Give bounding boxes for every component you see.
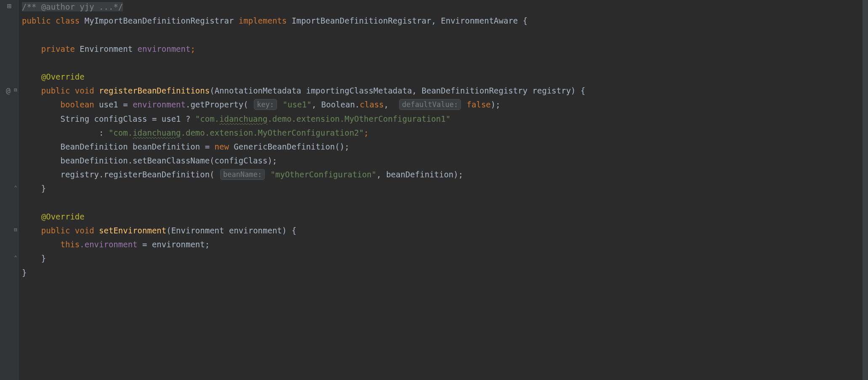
text: BeanDefinition beanDefinition = <box>61 142 215 151</box>
blank-line[interactable] <box>19 196 862 210</box>
string: .demo.extension.MyOtherConfiguration2" <box>181 128 364 137</box>
code-line[interactable]: } <box>19 252 862 265</box>
code-line[interactable]: private Environment environment; <box>19 42 862 56</box>
fold-expand-icon[interactable]: ⊞ <box>2 2 16 10</box>
class-name: MyImportBeanDefinitionRegistrar <box>85 16 234 25</box>
punct: ; <box>190 44 195 54</box>
code-line[interactable]: public class MyImportBeanDefinitionRegis… <box>19 14 862 28</box>
keyword: new <box>215 142 229 151</box>
text: , beanDefinition); <box>376 170 463 179</box>
code-line[interactable]: @Override <box>19 70 862 84</box>
text: .getProperty( <box>186 100 248 109</box>
text: , <box>384 100 394 109</box>
text: registry.registerBeanDefinition( <box>61 170 215 179</box>
keyword: public <box>22 16 51 25</box>
method-name: registerBeanDefinitions <box>99 86 210 95</box>
code-line[interactable]: } <box>19 266 862 280</box>
code-line[interactable]: boolean use1 = environment.getProperty( … <box>19 98 862 112</box>
text: use1 = <box>99 100 133 109</box>
field: environment <box>133 100 186 109</box>
fold-end-icon[interactable]: ⌃ <box>14 254 17 261</box>
type: Environment <box>80 44 133 54</box>
right-stripe-bar[interactable] <box>862 0 868 380</box>
iface-list: ImportBeanDefinitionRegistrar, Environme… <box>292 16 528 25</box>
text: configClass = use1 ? <box>94 114 195 123</box>
code-line[interactable]: } <box>19 182 862 195</box>
text: ); <box>491 100 501 109</box>
keyword: private <box>41 44 75 54</box>
code-editor: ⊞ @ ⊟ ⌃ ⊟ ⌃ /** @author yjy ...*/ public… <box>0 0 868 380</box>
code-line[interactable]: beanDefinition.setBeanClassName(configCl… <box>19 154 862 168</box>
param-hint-beanname: beanName: <box>220 169 265 180</box>
string: "com. <box>109 128 133 137</box>
fold-collapse-icon[interactable]: ⊟ <box>14 87 17 93</box>
param-hint-default: defaultValue: <box>399 99 461 110</box>
code-line[interactable]: public void setEnvironment(Environment e… <box>19 224 862 238</box>
params: (AnnotationMetadata importingClassMetada… <box>210 86 585 95</box>
fold-collapse-icon[interactable]: ⊟ <box>14 227 17 233</box>
string: "com. <box>195 114 219 123</box>
annotation: @Override <box>41 212 85 221</box>
code-line[interactable]: registry.registerBeanDefinition( beanNam… <box>19 168 862 182</box>
code-line[interactable]: /** @author yjy ...*/ <box>19 0 862 14</box>
punct: ; <box>364 128 368 137</box>
code-line[interactable]: this.environment = environment; <box>19 238 862 252</box>
code-area[interactable]: /** @author yjy ...*/ public class MyImp… <box>19 0 862 380</box>
text: GenericBeanDefinition(); <box>229 142 349 151</box>
param-hint-key: key: <box>254 99 277 110</box>
field: .environment <box>80 240 137 249</box>
text: beanDefinition.setBeanClassName(configCl… <box>61 156 277 165</box>
string: .demo.extension.MyOtherConfiguration1" <box>267 114 450 123</box>
brace: } <box>41 254 46 263</box>
string: "use1" <box>278 100 312 109</box>
code-line[interactable]: public void registerBeanDefinitions(Anno… <box>19 84 862 98</box>
code-line[interactable]: @Override <box>19 210 862 224</box>
code-line[interactable]: BeanDefinition beanDefinition = new Gene… <box>19 140 862 154</box>
keyword: public <box>41 86 70 95</box>
string-typo: idanchuang <box>133 128 181 137</box>
brace: } <box>22 268 27 277</box>
string-typo: idanchuang <box>219 114 267 123</box>
keyword: void <box>75 226 94 235</box>
doc-comment: /** @author yjy ...*/ <box>22 2 123 11</box>
keyword: false <box>462 100 491 109</box>
text: : <box>99 128 109 137</box>
field: environment <box>138 44 191 54</box>
keyword: class <box>360 100 384 109</box>
gutter: ⊞ @ ⊟ ⌃ ⊟ ⌃ <box>0 0 19 380</box>
keyword: boolean <box>61 100 94 109</box>
text: , Boolean. <box>312 100 359 109</box>
keyword: public <box>41 226 70 235</box>
blank-line[interactable] <box>19 28 862 42</box>
keyword: implements <box>239 16 287 25</box>
keyword: this <box>61 240 80 249</box>
code-line[interactable]: : "com.idanchuang.demo.extension.MyOther… <box>19 126 862 140</box>
keyword: class <box>56 16 80 25</box>
code-line[interactable]: String configClass = use1 ? "com.idanchu… <box>19 112 862 126</box>
string: "myOtherConfiguration" <box>266 170 376 179</box>
type: String <box>61 114 90 123</box>
method-name: setEnvironment <box>99 226 166 235</box>
blank-line[interactable] <box>19 56 862 70</box>
fold-end-icon[interactable]: ⌃ <box>14 185 17 191</box>
annotation: @Override <box>41 72 85 81</box>
params: (Environment environment) { <box>166 226 296 235</box>
text: = environment; <box>138 240 210 249</box>
keyword: void <box>75 86 94 95</box>
brace: } <box>41 184 46 193</box>
